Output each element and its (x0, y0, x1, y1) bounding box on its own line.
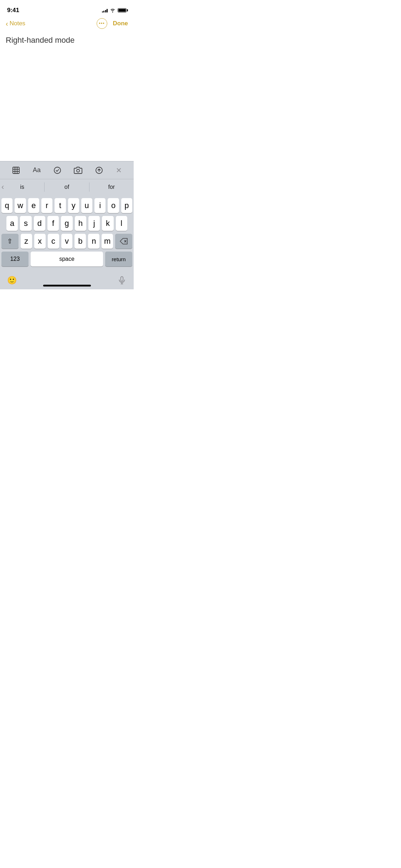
ellipsis-icon: ••• (99, 21, 105, 26)
bottom-bar: 🙂 (0, 272, 134, 289)
svg-point-6 (77, 169, 79, 172)
chevron-left-icon: ‹ (6, 20, 8, 27)
note-title: Right-handed mode (6, 36, 128, 45)
battery-icon (118, 8, 127, 12)
key-a[interactable]: a (6, 216, 18, 231)
key-row-4: 123 space return (0, 252, 134, 267)
key-z[interactable]: z (21, 234, 32, 249)
note-content[interactable]: Right-handed mode (0, 31, 134, 51)
key-n[interactable]: n (88, 234, 99, 249)
key-b[interactable]: b (74, 234, 86, 249)
return-key[interactable]: return (105, 252, 132, 267)
key-w[interactable]: w (15, 198, 26, 213)
key-l[interactable]: l (116, 216, 127, 231)
key-e[interactable]: e (28, 198, 39, 213)
predictive-word-2[interactable]: of (45, 179, 89, 195)
key-o[interactable]: o (108, 198, 119, 213)
status-bar: 9:41 (0, 0, 134, 16)
key-row-2: a s d f g h j k l (0, 216, 134, 231)
svg-point-5 (54, 167, 61, 174)
keyboard-handle[interactable]: ‹ (0, 180, 5, 195)
svg-rect-0 (13, 167, 19, 174)
key-r[interactable]: r (41, 198, 52, 213)
back-label: Notes (10, 20, 25, 27)
nav-bar: ‹ Notes ••• Done (0, 16, 134, 31)
status-icons (102, 8, 127, 12)
mic-icon[interactable] (117, 276, 127, 285)
format-icon[interactable]: Aa (33, 166, 41, 174)
backspace-key[interactable] (115, 234, 132, 249)
key-row-3: ⇧ z x c v b n m (0, 234, 134, 249)
status-time: 9:41 (7, 7, 19, 14)
camera-icon[interactable] (74, 166, 82, 175)
key-i[interactable]: i (94, 198, 106, 213)
num-key[interactable]: 123 (1, 252, 29, 267)
key-x[interactable]: x (34, 234, 46, 249)
key-d[interactable]: d (34, 216, 45, 231)
key-m[interactable]: m (102, 234, 113, 249)
table-icon[interactable] (12, 166, 20, 175)
emoji-button[interactable]: 🙂 (7, 276, 17, 285)
key-y[interactable]: y (68, 198, 79, 213)
markup-icon[interactable] (95, 166, 103, 175)
key-j[interactable]: j (88, 216, 100, 231)
key-t[interactable]: t (55, 198, 66, 213)
wifi-icon (110, 8, 115, 12)
checklist-icon[interactable] (53, 166, 62, 175)
predictive-word-3[interactable]: for (89, 179, 134, 195)
key-p[interactable]: p (121, 198, 132, 213)
done-button[interactable]: Done (113, 20, 128, 27)
space-key[interactable]: space (31, 252, 103, 267)
shift-key[interactable]: ⇧ (1, 234, 19, 249)
predictive-bar: ‹ is of for (0, 179, 134, 195)
key-k[interactable]: k (102, 216, 113, 231)
key-f[interactable]: f (47, 216, 59, 231)
predictive-word-1[interactable]: is (0, 179, 44, 195)
key-row-1: q w e r t y u i o p (0, 195, 134, 213)
back-button[interactable]: ‹ Notes (6, 20, 25, 27)
key-g[interactable]: g (61, 216, 72, 231)
keyboard-toolbar: Aa ✕ (0, 161, 134, 179)
key-u[interactable]: u (81, 198, 92, 213)
nav-right-actions: ••• Done (97, 18, 128, 29)
close-icon[interactable]: ✕ (116, 166, 122, 175)
key-v[interactable]: v (61, 234, 73, 249)
key-h[interactable]: h (75, 216, 86, 231)
key-q[interactable]: q (1, 198, 12, 213)
more-button[interactable]: ••• (97, 18, 107, 29)
svg-rect-10 (121, 277, 123, 281)
key-s[interactable]: s (20, 216, 31, 231)
home-indicator (43, 285, 91, 286)
key-c[interactable]: c (48, 234, 59, 249)
keyboard: q w e r t y u i o p a s d f g h j k l ⇧ … (0, 195, 134, 272)
signal-icon (102, 8, 108, 12)
